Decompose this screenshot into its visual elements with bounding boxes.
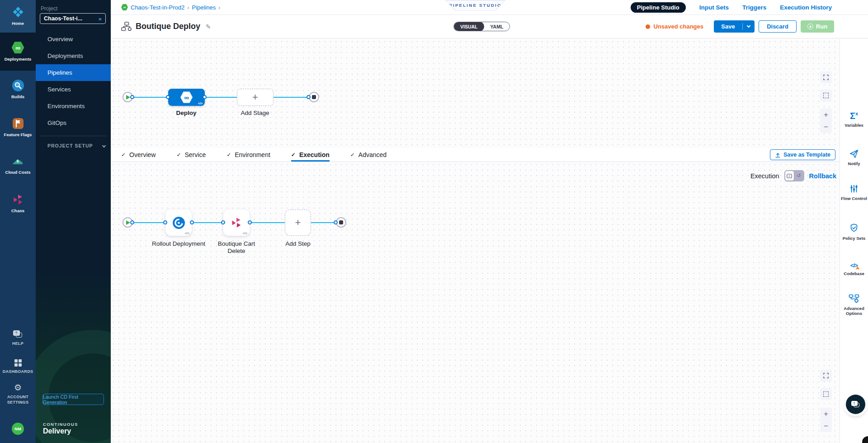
tool-flow-control[interactable]: Flow Control [840, 184, 868, 201]
sidebar-item-overview[interactable]: Overview [36, 31, 111, 48]
zoom-out-button[interactable]: − [820, 121, 832, 133]
project-selector-value: Chaos-Test-i... [44, 15, 99, 22]
connector-dot[interactable] [190, 220, 194, 224]
chaos-icon [12, 194, 24, 205]
tab-input-sets[interactable]: Input Sets [699, 4, 729, 11]
project-sidebar: Project Chaos-Test-i... » Overview Deplo… [36, 0, 111, 443]
rail-item-account-settings[interactable]: ⚙ ACCOUNTSETTINGS [0, 381, 36, 407]
project-setup-toggle[interactable]: PROJECT SETUP [47, 143, 105, 148]
execution-canvas[interactable]: Execution ↺ Rollback </> </> + [111, 162, 840, 443]
connector-dot[interactable] [166, 95, 170, 99]
rail-item-home[interactable]: Home [0, 0, 36, 33]
toggle-yaml[interactable]: YAML [484, 22, 510, 31]
fit-to-screen-button[interactable] [820, 90, 832, 101]
fullscreen-button[interactable] [820, 71, 832, 83]
unsaved-changes-badge: Unsaved changes [646, 23, 703, 30]
breadcrumb-project-link[interactable]: Chaos-Test-in-Prod2 [131, 4, 184, 11]
tab-overview[interactable]: ✓Overview [121, 148, 156, 162]
rollback-view-segment[interactable]: ↺ [794, 171, 803, 181]
edit-title-icon[interactable]: ✎ [206, 23, 211, 30]
fullscreen-button[interactable] [820, 370, 832, 381]
module-rail: Home ∞ Deployments Builds Feature Flags … [0, 0, 36, 443]
toggle-visual[interactable]: VISUAL [454, 22, 484, 31]
tab-environment[interactable]: ✓Environment [226, 148, 270, 162]
rail-item-builds[interactable]: Builds [0, 71, 36, 109]
tab-pipeline-studio[interactable]: Pipeline Studio [631, 2, 686, 13]
launch-cd-first-gen-button[interactable]: Launch CD First Generation [42, 394, 104, 405]
tool-notify[interactable]: Notify [840, 149, 868, 166]
code-icon: </> [198, 102, 203, 105]
stage-canvas[interactable]: ∞ </> + Deploy Add Stage + − [111, 39, 840, 148]
execution-label: Execution [750, 172, 779, 180]
save-dropdown-chevron[interactable] [743, 26, 755, 27]
run-button: Run [801, 20, 834, 33]
add-stage-button[interactable]: + [237, 89, 274, 106]
gear-icon: ⚙ [14, 383, 22, 392]
builds-icon [12, 80, 24, 91]
save-as-template-button[interactable]: Save as Template [770, 149, 835, 160]
connector-dot[interactable] [130, 220, 134, 224]
play-icon [126, 95, 130, 100]
connector-dot[interactable] [221, 220, 225, 224]
module-name: Delivery [43, 427, 71, 435]
check-icon: ✓ [121, 152, 126, 158]
breadcrumb-separator: › [218, 4, 220, 11]
step-card-rollout-deployment[interactable]: </> [165, 210, 192, 236]
stage-tabbar: ✓Overview ✓Service ✓Environment ✓Executi… [111, 148, 840, 162]
project-selector[interactable]: Chaos-Test-i... » [40, 13, 106, 24]
user-avatar[interactable]: NM [12, 423, 24, 435]
rollout-deployment-icon [173, 217, 185, 229]
sidebar-item-deployments[interactable]: Deployments [36, 48, 111, 64]
discard-button[interactable]: Discard [759, 20, 797, 33]
tool-codebase[interactable]: </> Codebase [840, 262, 868, 276]
rail-item-feature-flags[interactable]: Feature Flags [0, 109, 36, 147]
breadcrumb-pipelines-link[interactable]: Pipelines [192, 4, 216, 11]
tab-triggers[interactable]: Triggers [742, 4, 766, 11]
sidebar-item-environments[interactable]: Environments [36, 98, 111, 114]
rail-item-cloud-costs[interactable]: ☁$ Cloud Costs [0, 147, 36, 185]
project-nav: Overview Deployments Pipelines Services … [36, 31, 111, 131]
rail-label: Feature Flags [4, 132, 32, 138]
codebase-icon: </> [850, 262, 858, 269]
execution-view-segment[interactable] [785, 171, 794, 181]
zoom-in-button[interactable]: + [820, 408, 832, 420]
plus-icon: + [295, 217, 301, 229]
tool-advanced-options[interactable]: Advanced Options [840, 294, 868, 316]
tab-advanced[interactable]: ✓Advanced [350, 148, 387, 162]
support-chat-button[interactable]: ? [846, 395, 865, 414]
rollback-link[interactable]: Rollback [809, 172, 836, 180]
tool-variables[interactable]: Σx Variables [840, 111, 868, 128]
zoom-out-button[interactable]: − [820, 420, 832, 432]
sidebar-item-gitops[interactable]: GitOps [36, 114, 111, 131]
connector-dot[interactable] [248, 220, 252, 224]
connector-dot[interactable] [130, 95, 134, 99]
tool-policy-sets[interactable]: Policy Sets [840, 223, 868, 241]
zoom-in-button[interactable]: + [820, 109, 832, 121]
rail-item-chaos[interactable]: Chaos [0, 185, 36, 223]
tab-execution[interactable]: ✓Execution [291, 148, 330, 162]
rollback-icon: ↺ [797, 173, 801, 178]
unsaved-dot-icon [646, 24, 650, 29]
check-icon: ✓ [226, 152, 231, 158]
add-step-button[interactable]: + [285, 210, 311, 236]
play-circle-icon [807, 24, 813, 29]
save-button[interactable]: Save [714, 20, 755, 33]
rail-item-dashboards[interactable]: DASHBOARDS [0, 356, 36, 378]
tab-service[interactable]: ✓Service [176, 148, 206, 162]
fullscreen-icon [823, 372, 829, 379]
plus-icon: + [252, 91, 258, 103]
connector-dot[interactable] [334, 220, 338, 224]
execution-rollback-toggle[interactable]: ↺ [784, 170, 804, 181]
fit-to-screen-button[interactable] [820, 388, 832, 400]
connector-dot[interactable] [203, 95, 207, 99]
rail-item-deployments[interactable]: ∞ Deployments [0, 33, 36, 71]
connector-dot[interactable] [163, 220, 167, 224]
stage-card-deploy[interactable]: ∞ </> [168, 89, 205, 106]
connector-dot[interactable] [307, 95, 311, 99]
step-card-boutique-cart-delete[interactable]: </> [223, 210, 250, 236]
sidebar-item-pipelines[interactable]: Pipelines [36, 64, 111, 81]
tab-execution-history[interactable]: Execution History [780, 4, 832, 11]
rail-item-help[interactable]: ? HELP [0, 327, 36, 350]
sidebar-item-services[interactable]: Services [36, 81, 111, 98]
code-icon: </> [185, 232, 189, 235]
